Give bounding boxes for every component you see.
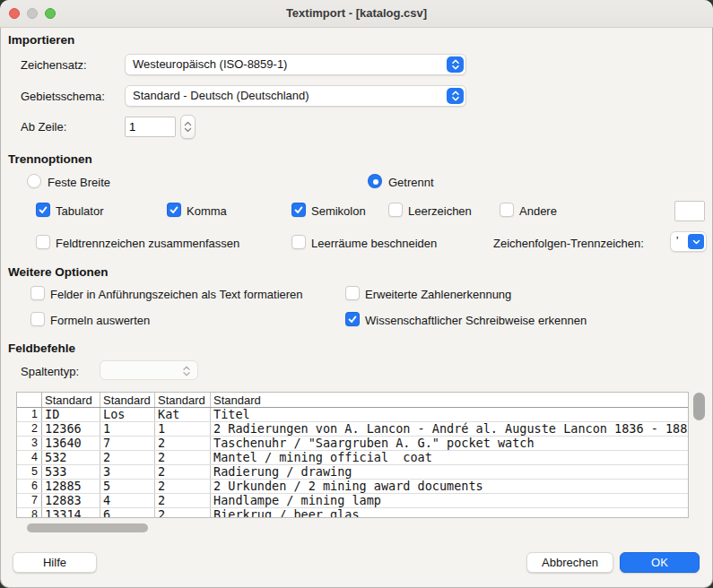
detect-numbers-label: Erweiterte Zahlenerkennung [365, 288, 511, 301]
help-button[interactable]: Hilfe [13, 552, 97, 573]
table-row: 1 ID Los Kat Titel [17, 408, 688, 422]
other-checkbox[interactable] [500, 203, 514, 217]
preview-table[interactable]: Standard Standard Standard Standard 1 ID… [16, 392, 689, 518]
column-header[interactable]: Standard [211, 393, 688, 407]
chevron-down-icon [688, 234, 704, 249]
table-cell: Bierkrug / beer glas [211, 508, 688, 518]
other-label: Andere [519, 204, 557, 218]
tab-checkbox[interactable] [36, 203, 50, 217]
table-cell: 2 [155, 494, 211, 507]
stepper-up-icon [184, 121, 192, 126]
locale-select[interactable]: Standard - Deutsch (Deutschland) [125, 85, 466, 107]
separated-radio[interactable] [368, 174, 382, 188]
textimport-dialog: Textimport - [katalog.csv] Importieren Z… [0, 0, 713, 588]
table-cell: 532 [42, 451, 100, 464]
table-row: 4 532 2 2 Mantel / mining official coat [17, 451, 688, 465]
table-cell: 5 [100, 480, 155, 493]
table-row: 7 12883 4 2 Handlampe / mining lamp [17, 494, 688, 508]
column-header[interactable]: Standard [155, 393, 211, 407]
merge-delimiters-label: Feldtrennzeichen zusammenfassen [56, 237, 239, 250]
fixed-width-label: Feste Breite [48, 176, 110, 189]
table-cell: 7 [100, 437, 155, 450]
row-number: 6 [17, 480, 42, 493]
string-delimiter-value: ' [676, 234, 678, 247]
horizontal-scrollbar[interactable] [27, 523, 148, 532]
row-number: 4 [17, 451, 42, 464]
table-cell: ID [42, 408, 100, 421]
column-header[interactable]: Standard [100, 393, 155, 407]
other-separator-input[interactable] [674, 201, 705, 221]
comma-checkbox[interactable] [167, 203, 181, 217]
charset-value: Westeuropäisch (ISO-8859-1) [133, 57, 287, 71]
from-row-stepper[interactable] [180, 115, 196, 139]
detect-scientific-checkbox[interactable] [345, 312, 360, 326]
vertical-scrollbar[interactable] [693, 393, 705, 420]
row-number: 1 [17, 408, 42, 421]
row-number: 8 [17, 508, 42, 518]
minimize-button[interactable] [27, 8, 38, 19]
quoted-as-text-checkbox[interactable] [30, 286, 45, 300]
table-cell: 4 [100, 494, 155, 507]
stepper-down-icon [184, 127, 192, 133]
fixed-width-radio[interactable] [27, 174, 41, 188]
semicolon-checkbox[interactable] [291, 203, 306, 217]
trim-spaces-checkbox[interactable] [291, 235, 306, 249]
comma-label: Komma [187, 204, 227, 218]
section-weitere-optionen: Weitere Optionen [8, 265, 109, 279]
ok-button[interactable]: OK [620, 552, 700, 573]
merge-delimiters-checkbox[interactable] [36, 235, 50, 249]
table-cell: 12366 [42, 422, 100, 436]
row-number: 3 [17, 437, 42, 450]
locale-value: Standard - Deutsch (Deutschland) [133, 89, 309, 102]
space-label: Leerzeichen [408, 204, 472, 218]
string-delimiter-combo[interactable]: ' [670, 231, 707, 252]
charset-label: Zeichensatz: [21, 58, 87, 72]
table-cell: 2 [155, 508, 211, 518]
title-bar: Textimport - [katalog.csv] [0, 0, 713, 28]
close-button[interactable] [9, 8, 20, 19]
table-cell: Handlampe / mining lamp [211, 494, 688, 507]
table-cell: Radierung / drawing [211, 465, 688, 479]
space-checkbox[interactable] [388, 203, 403, 217]
table-cell: 1 [100, 422, 155, 436]
table-cell: 2 [155, 437, 211, 450]
locale-label: Gebietsschema: [21, 90, 105, 103]
column-header[interactable]: Standard [42, 393, 100, 407]
charset-select[interactable]: Westeuropäisch (ISO-8859-1) [125, 54, 466, 75]
quoted-as-text-label: Felder in Anführungszeichen als Text for… [50, 288, 303, 301]
table-cell: 2 [155, 451, 211, 464]
evaluate-formulas-checkbox[interactable] [30, 312, 45, 326]
string-delimiter-label: Zeichenfolgen-Trennzeichen: [493, 237, 644, 250]
table-cell: Titel [211, 408, 688, 421]
table-row: 6 12885 5 2 2 Urkunden / 2 mining award … [17, 480, 688, 494]
cancel-button[interactable]: Abbrechen [526, 552, 613, 573]
table-cell: Kat [155, 408, 211, 421]
table-header-row: Standard Standard Standard Standard [17, 393, 688, 408]
table-cell: 1 [155, 422, 211, 436]
column-type-select [100, 360, 198, 380]
detect-numbers-checkbox[interactable] [345, 286, 360, 300]
section-feldbefehle: Feldbefehle [8, 342, 75, 355]
corner-cell [17, 393, 42, 407]
table-cell: 2 [100, 451, 155, 464]
detect-scientific-label: Wissenschaftlicher Schreibweise erkennen [365, 314, 587, 327]
table-row: 5 533 3 2 Radierung / drawing [17, 465, 688, 480]
table-cell: Mantel / mining official coat [211, 451, 688, 464]
trim-spaces-label: Leerräume beschneiden [311, 237, 437, 250]
table-cell: 533 [42, 465, 100, 479]
window-title: Textimport - [katalog.csv] [0, 0, 713, 27]
table-cell: 2 Radierungen von A. Lancon - André al. … [211, 422, 688, 436]
chevron-updown-icon [447, 88, 464, 104]
separated-label: Getrennt [388, 176, 434, 189]
section-trennoptionen: Trennoptionen [8, 152, 92, 166]
chevron-updown-icon [447, 56, 464, 73]
evaluate-formulas-label: Formeln auswerten [50, 314, 150, 327]
table-row: 2 12366 1 1 2 Radierungen von A. Lancon … [17, 422, 688, 437]
table-cell: 13314 [42, 508, 100, 518]
table-cell: 6 [100, 508, 155, 518]
table-cell: Los [100, 408, 155, 421]
from-row-input[interactable] [125, 117, 176, 137]
column-type-label: Spaltentyp: [21, 365, 79, 378]
zoom-button[interactable] [45, 8, 56, 19]
semicolon-label: Semikolon [311, 204, 366, 218]
